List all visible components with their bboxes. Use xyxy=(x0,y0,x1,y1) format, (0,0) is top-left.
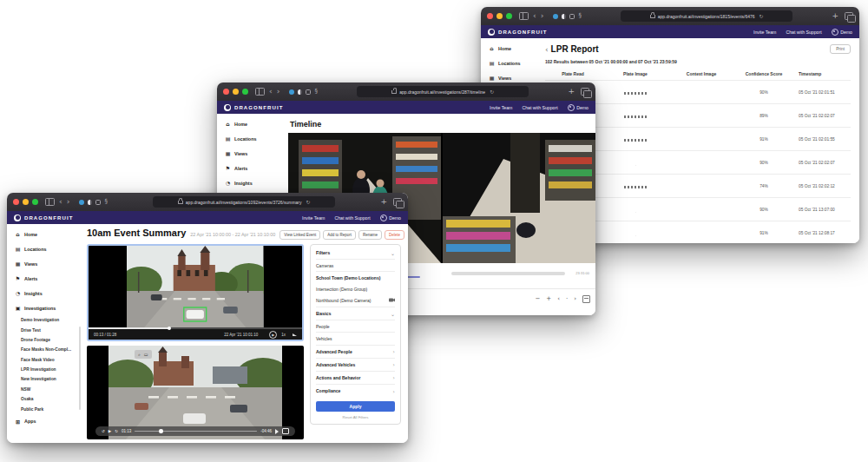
sidebar-item-alerts[interactable]: ⚑ Alerts xyxy=(217,161,286,175)
extension-icon-blue[interactable] xyxy=(289,89,294,95)
new-tab-icon[interactable]: + xyxy=(832,12,838,20)
page-right-icon[interactable]: › xyxy=(574,295,576,302)
filter-advanced-vehicles[interactable]: Advanced Vehicles › xyxy=(316,358,395,371)
skip-forward-icon[interactable]: ↻ xyxy=(115,429,118,433)
page-back-icon[interactable]: ‹ xyxy=(545,45,549,54)
sidebar-item-locations[interactable]: ▤ Locations xyxy=(217,131,286,146)
plate-image[interactable] xyxy=(601,233,670,235)
invite-team-link[interactable]: Invite Team xyxy=(302,215,325,221)
sidebar-toggle-icon[interactable] xyxy=(519,12,529,20)
investigation-item[interactable]: NSW xyxy=(21,385,83,394)
back-icon[interactable]: ‹ xyxy=(269,88,273,96)
filter-actions-behavior[interactable]: Actions and Behavior › xyxy=(316,371,395,384)
extension-icon-blue[interactable] xyxy=(553,14,558,19)
invite-team-link[interactable]: Invite Team xyxy=(753,30,776,35)
investigation-item[interactable]: Face Masks Non-Compl... xyxy=(21,345,83,354)
extension-icon-blue[interactable] xyxy=(79,200,84,205)
new-tab-icon[interactable]: + xyxy=(568,88,575,96)
cctv-video-store-2[interactable] xyxy=(443,133,595,263)
sidebar-item-home[interactable]: ⌂ Home xyxy=(7,227,83,241)
minimize-window-button[interactable] xyxy=(23,199,29,205)
delete-button[interactable]: Delete xyxy=(385,230,404,240)
playback-speed[interactable]: 1x xyxy=(281,333,286,337)
filter-compliance[interactable]: Compliance › xyxy=(316,384,395,397)
apply-button[interactable]: Apply xyxy=(316,401,395,412)
close-window-button[interactable] xyxy=(223,89,229,95)
sidebar-scrollbar[interactable] xyxy=(79,327,81,410)
sidebar-item-investigations[interactable]: ▣ Investigations xyxy=(7,300,83,315)
extension-icon-misc[interactable]: § xyxy=(578,13,582,19)
sidebar-item-alerts[interactable]: ⚑ Alerts xyxy=(7,271,83,286)
investigation-item[interactable]: Osaka xyxy=(21,394,83,404)
filter-advanced-people[interactable]: Advanced People › xyxy=(316,345,395,358)
dragonfruit-logo-icon[interactable] xyxy=(488,29,495,36)
sidebar-item-locations[interactable]: ▤ Locations xyxy=(7,241,83,256)
dragonfruit-logo-icon[interactable] xyxy=(224,104,231,111)
progress-knob[interactable] xyxy=(168,327,172,331)
sidebar-toggle-icon[interactable] xyxy=(255,88,265,96)
volume-icon[interactable] xyxy=(293,333,297,336)
minimize-window-button[interactable] xyxy=(496,13,503,19)
plate-image[interactable] xyxy=(601,116,670,118)
zoom-out-icon[interactable]: − xyxy=(535,295,540,302)
invite-team-link[interactable]: Invite Team xyxy=(490,105,512,110)
new-tab-icon[interactable]: + xyxy=(380,198,387,206)
investigation-item[interactable]: LPR Investigation xyxy=(21,365,83,374)
extension-icon-box[interactable] xyxy=(95,200,101,205)
page-left-icon[interactable]: ‹ xyxy=(557,295,560,302)
plate-image[interactable] xyxy=(601,186,670,188)
filter-vehicles[interactable]: Vehicles xyxy=(316,332,395,344)
forward-icon[interactable]: › xyxy=(277,88,280,96)
chat-support-link[interactable]: Chat with Support xyxy=(334,215,370,221)
reset-all-filters-link[interactable]: Reset All Filters xyxy=(316,415,395,421)
extension-icon-misc[interactable]: § xyxy=(104,199,108,205)
extension-icon-misc[interactable]: § xyxy=(314,89,318,95)
filter-people[interactable]: People xyxy=(316,320,395,332)
demo-menu[interactable]: Demo xyxy=(832,29,852,36)
forward-icon[interactable]: › xyxy=(541,12,544,20)
reload-icon[interactable]: ↻ xyxy=(490,89,494,95)
investigation-item[interactable]: Face Mask Video xyxy=(21,355,83,365)
close-window-button[interactable] xyxy=(13,199,19,205)
video-overlay-tools[interactable]: ⌕ ▭ xyxy=(135,350,152,359)
shield-icon[interactable] xyxy=(298,89,302,95)
investigation-item[interactable]: Drone Footage xyxy=(21,335,83,345)
print-button[interactable]: Print xyxy=(830,44,851,54)
tab-overview-icon[interactable] xyxy=(581,88,589,96)
calendar-icon[interactable] xyxy=(582,295,590,303)
sidebar-item-views[interactable]: ▦ Views xyxy=(7,256,83,271)
sidebar-item-home[interactable]: ⌂ Home xyxy=(217,116,286,131)
dragonfruit-logo-icon[interactable] xyxy=(14,214,21,221)
volume-icon[interactable] xyxy=(275,429,279,434)
video-progress-bar[interactable] xyxy=(89,327,302,329)
investigation-item[interactable]: Drive Test xyxy=(21,325,83,334)
shield-icon[interactable] xyxy=(562,14,566,19)
skip-back-icon[interactable]: ↺ xyxy=(102,429,105,433)
add-to-report-button[interactable]: Add to Report xyxy=(323,230,356,240)
demo-menu[interactable]: Demo xyxy=(380,214,401,221)
extension-icon-box[interactable] xyxy=(306,89,311,95)
minimize-window-button[interactable] xyxy=(233,89,239,95)
zoom-window-button[interactable] xyxy=(506,13,512,19)
plate-image[interactable] xyxy=(601,139,670,142)
frame-icon[interactable]: ▭ xyxy=(144,352,148,358)
sidebar-item-insights[interactable]: ◔ Insights xyxy=(217,175,286,190)
address-bar[interactable]: app.dragonfruit.ai/investigations/1092/e… xyxy=(153,196,336,208)
chat-support-link[interactable]: Chat with Support xyxy=(786,30,821,35)
zoom-window-button[interactable] xyxy=(32,199,38,205)
demo-menu[interactable]: Demo xyxy=(568,104,589,111)
seek-knob[interactable] xyxy=(159,429,163,433)
back-icon[interactable]: ‹ xyxy=(59,198,62,206)
sidebar-toggle-icon[interactable] xyxy=(45,198,55,206)
plate-image[interactable] xyxy=(601,209,670,212)
tab-overview-icon[interactable] xyxy=(393,198,402,206)
fullscreen-icon[interactable] xyxy=(282,428,289,434)
seek-slider[interactable] xyxy=(135,431,257,432)
sidebar-item-locations[interactable]: ▤ Locations xyxy=(481,56,542,70)
event-video-player[interactable]: 00:13 / 01:28 22 Apr '21 10:01:10 ▶ 1x xyxy=(87,244,304,341)
filters-header[interactable]: Filters ⌄ xyxy=(316,247,395,259)
forward-icon[interactable]: › xyxy=(67,198,70,206)
tab-overview-icon[interactable] xyxy=(845,12,853,20)
view-linked-event-button[interactable]: View Linked Event xyxy=(279,230,320,240)
camera-item-location[interactable]: School Town (Demo Locations) xyxy=(316,271,395,283)
